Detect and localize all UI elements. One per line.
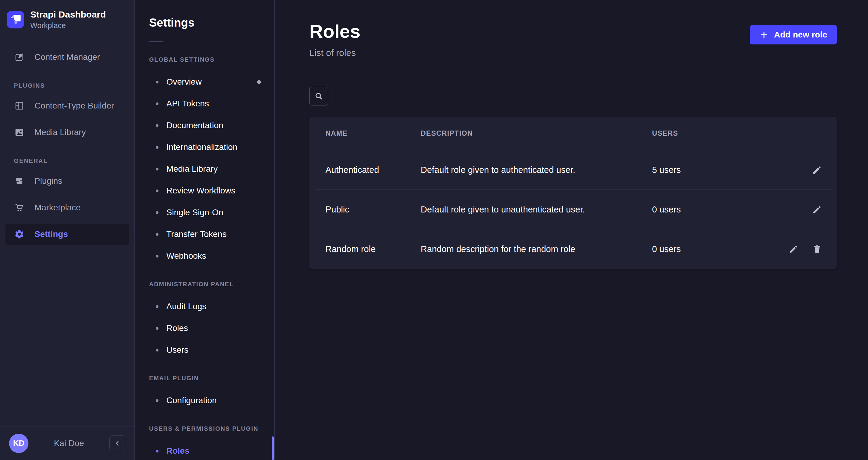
nav-item-settings[interactable]: Settings [5, 224, 129, 245]
subnav-item-single-sign-on[interactable]: Single Sign-On [134, 202, 274, 223]
roles-table-card: NAME DESCRIPTION USERS Authenticated Def… [309, 117, 837, 269]
subnav-item-documentation[interactable]: Documentation [134, 114, 274, 136]
nav-section-general: GENERAL [14, 158, 129, 164]
strapi-logo-icon [7, 11, 24, 28]
bullet-icon [156, 450, 158, 453]
subnav-item-transfer-tokens[interactable]: Transfer Tokens [134, 223, 274, 245]
subnav-item-label: Single Sign-On [166, 208, 223, 217]
subnav-scrollbar-thumb[interactable] [272, 436, 274, 460]
search-button[interactable] [309, 87, 328, 105]
cell-role-description: Default role given to authenticated user… [421, 165, 652, 175]
user-row: KD Kai Doe [0, 426, 134, 460]
plus-icon [760, 30, 769, 39]
column-header-description: DESCRIPTION [421, 129, 652, 137]
nav-item-label: Content-Type Builder [34, 101, 114, 110]
row-actions [782, 164, 822, 175]
nav-item-label: Settings [34, 229, 68, 239]
nav-section-plugins: PLUGINS [14, 82, 129, 89]
nav-item-label: Media Library [34, 128, 86, 137]
add-new-role-button[interactable]: Add new role [750, 25, 837, 44]
nav-item-content-manager[interactable]: Content Manager [5, 46, 129, 68]
notification-dot-icon [257, 80, 261, 84]
edit-role-button[interactable] [788, 243, 799, 255]
subnav-item-review-workflows[interactable]: Review Workflows [134, 180, 274, 202]
subnav-section-administration-panel: ADMINISTRATION PANEL [149, 281, 260, 288]
cell-role-users: 0 users [652, 244, 782, 254]
main-sidebar: Strapi Dashboard Workplace Content Manag… [0, 0, 134, 460]
edit-role-button[interactable] [811, 164, 822, 175]
nav-item-label: Content Manager [34, 52, 100, 62]
subnav-item-label: Webhooks [166, 251, 206, 261]
bullet-icon [156, 327, 158, 330]
subnav-item-overview[interactable]: Overview [134, 71, 274, 93]
subnav-item-audit-logs[interactable]: Audit Logs [134, 296, 274, 317]
subnav-item-label: Roles [166, 323, 188, 333]
subnav-item-api-tokens[interactable]: API Tokens [134, 93, 274, 114]
settings-subnav: Settings GLOBAL SETTINGS Overview API To… [134, 0, 275, 460]
subnav-item-webhooks[interactable]: Webhooks [134, 245, 274, 267]
edit-role-button[interactable] [811, 204, 822, 215]
delete-role-button[interactable] [812, 243, 822, 255]
nav-item-content-type-builder[interactable]: Content-Type Builder [5, 95, 129, 117]
subnav-divider [149, 41, 164, 42]
cart-icon [13, 202, 25, 214]
subnav-item-label: Transfer Tokens [166, 229, 226, 239]
page-title-block: Roles List of roles [309, 21, 361, 58]
subnav-item-internationalization[interactable]: Internationalization [134, 136, 274, 158]
bullet-icon [156, 349, 158, 352]
search-icon [314, 92, 323, 101]
subnav-item-admin-users[interactable]: Users [134, 339, 274, 361]
cell-role-name: Authenticated [326, 165, 421, 175]
table-row-public[interactable]: Public Default role given to unauthentic… [309, 190, 837, 229]
trash-icon [812, 244, 822, 254]
subnav-item-label: API Tokens [166, 99, 209, 108]
subnav-section-global-settings: GLOBAL SETTINGS [149, 56, 260, 63]
nav-item-label: Plugins [34, 176, 62, 186]
page-title: Roles [309, 21, 361, 42]
page-subtitle: List of roles [309, 48, 361, 58]
column-header-users: USERS [652, 129, 782, 137]
row-actions [782, 243, 822, 255]
table-row-authenticated[interactable]: Authenticated Default role given to auth… [309, 150, 837, 190]
collapse-sidebar-button[interactable] [110, 435, 125, 451]
chevron-left-icon [114, 440, 120, 447]
subnav-item-configuration[interactable]: Configuration [134, 390, 274, 412]
layout-icon [13, 100, 25, 112]
user-name: Kai Doe [28, 438, 110, 448]
subnav-section-email-plugin: EMAIL PLUGIN [149, 375, 260, 382]
subnav-item-up-roles[interactable]: Roles [134, 440, 274, 460]
bullet-icon [156, 146, 158, 149]
cell-role-users: 0 users [652, 205, 782, 215]
nav-item-marketplace[interactable]: Marketplace [5, 197, 129, 218]
row-actions [782, 204, 822, 215]
subnav-item-admin-roles[interactable]: Roles [134, 317, 274, 339]
bullet-icon [156, 81, 158, 84]
subnav-item-label: Audit Logs [166, 302, 206, 311]
subnav-section-users-permissions-plugin: USERS & PERMISSIONS PLUGIN [149, 425, 260, 432]
nav-item-label: Marketplace [34, 203, 81, 212]
search-row [309, 87, 837, 105]
bullet-icon [156, 190, 158, 192]
subnav-item-label: Overview [166, 77, 202, 87]
bullet-icon [156, 211, 158, 214]
nav-item-media-library[interactable]: Media Library [5, 122, 129, 143]
table-header-row: NAME DESCRIPTION USERS [309, 117, 837, 150]
pencil-icon [811, 204, 822, 215]
subnav-item-label: Media Library [166, 164, 218, 174]
page-header: Roles List of roles Add new role [309, 21, 837, 58]
avatar[interactable]: KD [9, 434, 28, 453]
subnav-item-media-library[interactable]: Media Library [134, 158, 274, 180]
cell-role-name: Random role [326, 244, 421, 254]
column-header-name: NAME [326, 129, 421, 137]
bullet-icon [156, 255, 158, 258]
subnav-item-label: Review Workflows [166, 186, 235, 196]
image-icon [13, 126, 25, 138]
pencil-icon [811, 164, 822, 175]
bullet-icon [156, 102, 158, 105]
main-nav: Content Manager PLUGINS Content-Type Bui… [0, 38, 134, 426]
subnav-item-label: Users [166, 345, 188, 355]
table-row-random-role[interactable]: Random role Random description for the r… [309, 229, 837, 269]
bullet-icon [156, 399, 158, 402]
brand-title: Strapi Dashboard [30, 9, 106, 20]
nav-item-plugins[interactable]: Plugins [5, 170, 129, 192]
